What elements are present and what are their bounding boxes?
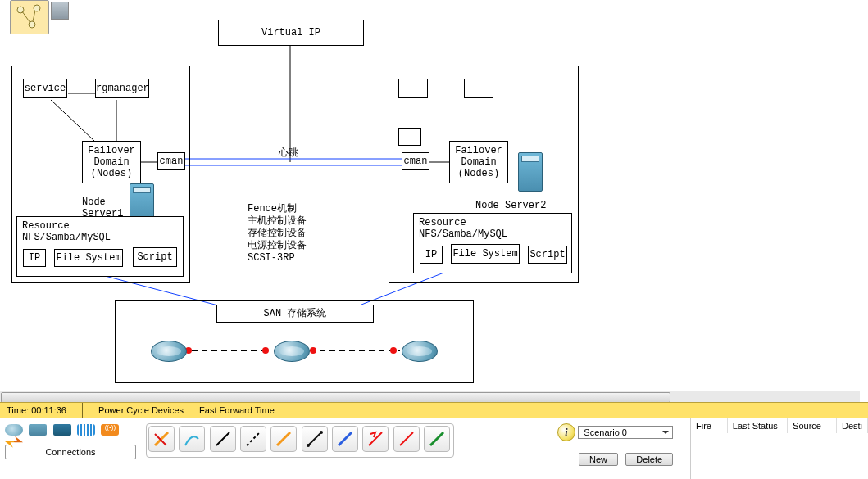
cman-2: cman	[402, 152, 429, 170]
svg-line-23	[277, 432, 290, 445]
cman-1: cman	[157, 152, 185, 170]
info-icon[interactable]: i	[557, 423, 575, 441]
time-segment: Time: 00:11:36	[0, 403, 73, 418]
conn-serial-dte-button[interactable]	[393, 426, 420, 452]
failover-domain-1: Failover Domain (Nodes)	[82, 141, 141, 183]
bottom-toolbar: Connections i Scenario 0 New Delete Fire…	[0, 418, 868, 479]
time-label: Time:	[7, 405, 29, 415]
filesystem-box-1: File System	[54, 249, 123, 267]
conn-serial-dce-button[interactable]	[362, 426, 389, 452]
svg-line-27	[339, 432, 352, 445]
power-cycle-button[interactable]: Power Cycle Devices	[92, 403, 190, 418]
pdu-list-header: Fire Last Status Source Desti	[691, 418, 868, 433]
svg-point-26	[320, 431, 323, 434]
network-diagram: Virtual IP service rgmanager Failover Do…	[0, 0, 697, 393]
connection-types-panel	[146, 423, 454, 458]
resource-panel-2: Resource NFS/Samba/MySQL	[413, 213, 572, 273]
ip-box-2: IP	[420, 246, 443, 264]
server-icon-2	[518, 152, 543, 192]
conn-straight-button[interactable]	[210, 426, 236, 452]
svg-line-21	[216, 432, 229, 445]
col-fire[interactable]: Fire	[691, 418, 728, 433]
fence-mechanism-text: Fence机制 主机控制设备 存储控制设备 电源控制设备 SCSI-3RP	[248, 203, 307, 264]
conn-cross-button[interactable]	[240, 426, 266, 452]
svg-line-28	[430, 432, 443, 445]
script-box-1: Script	[133, 247, 177, 267]
device-category-icons	[5, 422, 136, 445]
col-last-status[interactable]: Last Status	[728, 418, 788, 433]
conn-phone-button[interactable]	[302, 426, 328, 452]
svg-line-24	[308, 432, 321, 445]
script-box-2: Script	[528, 246, 567, 264]
time-value: 00:11:36	[31, 405, 66, 415]
router-icon-1[interactable]	[151, 341, 187, 362]
resource-title-1: Resource NFS/Samba/MySQL	[22, 220, 178, 243]
hubs-category-icon[interactable]	[53, 424, 71, 436]
conn-coax-button[interactable]	[332, 426, 358, 452]
conn-octal-button[interactable]	[424, 426, 450, 452]
san-label-box: SAN 存储系统	[216, 305, 374, 323]
failover-domain-2: Failover Domain (Nodes)	[449, 141, 508, 183]
wireless-category-icon[interactable]	[77, 424, 95, 436]
fast-forward-button[interactable]: Fast Forward Time	[193, 403, 281, 418]
delete-scenario-button[interactable]: Delete	[625, 453, 673, 466]
filesystem-box-2: File System	[451, 244, 520, 264]
connections-category-icon[interactable]	[101, 424, 119, 436]
ip-box-1: IP	[23, 249, 46, 267]
router-icon-3[interactable]	[402, 341, 438, 362]
scenario-select[interactable]: Scenario 0	[578, 426, 673, 439]
new-scenario-button[interactable]: New	[579, 453, 618, 466]
scenario-panel: i Scenario 0 New Delete	[557, 423, 678, 466]
resource-panel-1: Resource NFS/Samba/MySQL	[16, 216, 184, 277]
status-bar: Time: 00:11:36 Power Cycle Devices Fast …	[0, 402, 868, 418]
svg-line-22	[247, 432, 260, 445]
conn-fiber-button[interactable]	[270, 426, 297, 452]
router-icon-2[interactable]	[274, 341, 310, 362]
col-source[interactable]: Source	[788, 418, 837, 433]
pdu-list-panel[interactable]: Fire Last Status Source Desti	[690, 418, 868, 479]
device-category-panel: Connections	[5, 422, 136, 459]
service-box: service	[23, 79, 67, 98]
empty-box-r2	[464, 79, 493, 98]
heartbeat-label: 心跳	[279, 146, 298, 160]
switches-category-icon[interactable]	[29, 424, 47, 436]
workspace-canvas[interactable]: Virtual IP service rgmanager Failover Do…	[0, 0, 868, 393]
conn-auto-button[interactable]	[148, 426, 175, 452]
resource-title-2: Resource NFS/Samba/MySQL	[419, 217, 566, 240]
empty-box-r1	[398, 79, 428, 98]
col-destination[interactable]: Desti	[837, 418, 868, 433]
node-server-2-label: Node Server2	[475, 200, 546, 211]
virtual-ip-box: Virtual IP	[218, 20, 364, 46]
svg-point-25	[307, 444, 310, 447]
routers-category-icon[interactable]	[5, 424, 23, 436]
conn-console-button[interactable]	[179, 426, 205, 452]
end-devices-category-icon[interactable]	[5, 436, 23, 448]
empty-small-box	[398, 128, 421, 146]
rgmanager-box: rgmanager	[95, 79, 149, 98]
